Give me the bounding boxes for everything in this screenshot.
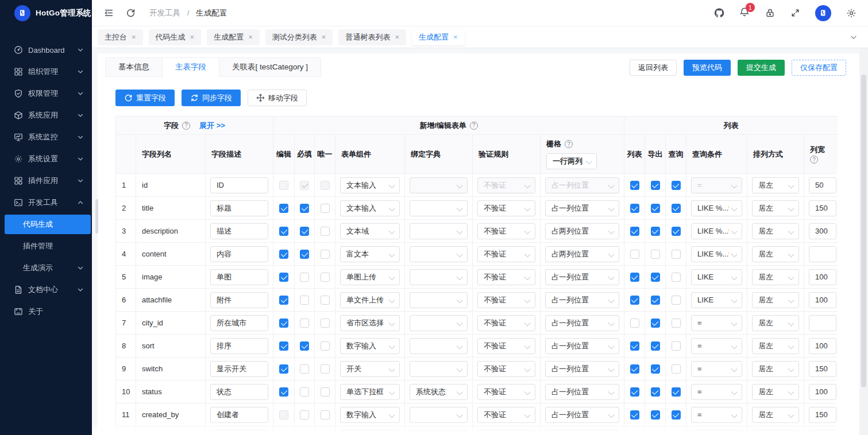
page-tab[interactable]: 生成配置×	[207, 29, 260, 45]
unique-checkbox[interactable]	[321, 341, 330, 351]
required-checkbox[interactable]	[300, 273, 309, 282]
component-select[interactable]: 单选下拉框	[340, 384, 400, 400]
github-icon[interactable]	[714, 8, 724, 18]
grid-select[interactable]: 占两列位置	[545, 246, 619, 262]
collapse-menu-icon[interactable]	[103, 8, 114, 18]
vertical-scrollbar[interactable]	[859, 48, 868, 435]
sidebar-item[interactable]: 文档中心	[0, 280, 92, 300]
query-condition-select[interactable]: =	[691, 361, 742, 377]
field-desc-input[interactable]	[210, 407, 268, 423]
help-icon[interactable]: ?	[565, 140, 573, 148]
sidebar-item[interactable]: 关于	[0, 302, 92, 321]
page-tab[interactable]: 主控台×	[98, 29, 143, 45]
grid-default-select[interactable]: 一行两列	[546, 153, 597, 169]
list-checkbox[interactable]	[630, 227, 639, 236]
list-checkbox[interactable]	[630, 410, 639, 420]
column-width-input[interactable]	[809, 361, 836, 377]
unique-checkbox[interactable]	[321, 204, 330, 213]
align-select[interactable]: 居左	[752, 384, 799, 400]
page-tab[interactable]: 普通树表列表×	[338, 29, 406, 45]
user-avatar[interactable]	[815, 5, 831, 21]
close-icon[interactable]: ×	[453, 33, 458, 41]
component-select[interactable]: 文本域	[340, 223, 400, 239]
tab-actions-chevron-icon[interactable]	[850, 33, 858, 41]
close-icon[interactable]: ×	[132, 33, 136, 41]
list-checkbox[interactable]	[630, 273, 639, 282]
component-select[interactable]: 开关	[340, 361, 400, 377]
export-checkbox[interactable]	[651, 410, 660, 420]
grid-select[interactable]: 占一列位置	[545, 407, 619, 423]
config-tab[interactable]: 关联表[ testCategory ]	[219, 57, 321, 77]
unique-checkbox[interactable]	[321, 364, 330, 374]
column-width-input[interactable]	[809, 223, 836, 239]
validate-select[interactable]: 不验证	[477, 361, 535, 377]
page-tab[interactable]: 测试分类列表×	[265, 29, 333, 45]
dict-select[interactable]	[410, 361, 468, 377]
required-checkbox[interactable]	[300, 341, 309, 351]
query-condition-select[interactable]: LIKE %...%	[691, 200, 742, 216]
validate-select[interactable]: 不验证	[477, 384, 535, 400]
field-desc-input[interactable]	[210, 430, 268, 435]
component-select[interactable]: 文本输入	[340, 177, 400, 193]
query-checkbox[interactable]	[672, 319, 681, 328]
validate-select[interactable]: 不验证	[477, 246, 535, 262]
query-checkbox[interactable]	[672, 387, 681, 397]
align-select[interactable]: 居左	[752, 223, 799, 239]
column-width-input[interactable]	[809, 407, 836, 423]
grid-select[interactable]: 占一列位置	[545, 384, 619, 400]
sidebar-item[interactable]: 系统设置	[0, 149, 92, 169]
query-checkbox[interactable]	[672, 273, 681, 282]
validate-select[interactable]: 不验证	[477, 200, 535, 216]
page-tab[interactable]: 生成配置×	[412, 29, 465, 45]
align-select[interactable]: 居左	[752, 246, 799, 262]
export-checkbox[interactable]	[651, 227, 660, 236]
align-select[interactable]	[752, 430, 799, 435]
dict-select[interactable]	[410, 315, 468, 331]
field-desc-input[interactable]	[210, 269, 268, 285]
required-checkbox[interactable]	[300, 387, 309, 397]
required-checkbox[interactable]	[300, 227, 309, 236]
query-condition-select[interactable]: LIKE	[691, 269, 742, 285]
close-icon[interactable]: ×	[248, 33, 253, 41]
vertical-scrollbar-thumb[interactable]	[861, 75, 866, 387]
edit-checkbox[interactable]	[279, 273, 288, 282]
align-select[interactable]: 居左	[752, 361, 799, 377]
list-checkbox[interactable]	[630, 296, 639, 305]
align-select[interactable]: 居左	[752, 200, 799, 216]
edit-checkbox[interactable]	[279, 387, 288, 397]
grid-select[interactable]: 占一列位置	[545, 338, 619, 354]
export-checkbox[interactable]	[651, 273, 660, 282]
component-select[interactable]: 数字输入	[340, 338, 400, 354]
sidebar-item[interactable]: 组织管理	[0, 62, 92, 81]
edit-checkbox[interactable]	[279, 227, 288, 236]
export-checkbox[interactable]	[651, 319, 660, 328]
fullscreen-icon[interactable]	[790, 8, 800, 18]
list-checkbox[interactable]	[630, 181, 639, 190]
sidebar-item[interactable]: 开发工具	[0, 193, 92, 212]
query-checkbox[interactable]	[672, 250, 681, 259]
query-checkbox[interactable]	[672, 296, 681, 305]
unique-checkbox[interactable]	[321, 387, 330, 397]
unique-checkbox[interactable]	[321, 250, 330, 259]
validate-select[interactable]: 不验证	[477, 407, 535, 423]
dict-select[interactable]	[410, 223, 468, 239]
required-checkbox[interactable]	[300, 364, 309, 374]
grid-select[interactable]	[545, 430, 619, 435]
query-condition-select[interactable]: LIKE %...%	[691, 246, 742, 262]
column-width-input[interactable]	[809, 384, 836, 400]
list-checkbox[interactable]	[630, 341, 639, 351]
query-condition-select[interactable]: =	[691, 338, 742, 354]
unique-checkbox[interactable]	[321, 227, 330, 236]
unique-checkbox[interactable]	[321, 296, 330, 305]
help-icon[interactable]: ?	[810, 156, 818, 164]
preview-code-button[interactable]: 预览代码	[684, 60, 731, 76]
edit-checkbox[interactable]	[279, 250, 288, 259]
dict-select[interactable]	[410, 292, 468, 308]
export-checkbox[interactable]	[651, 341, 660, 351]
validate-select[interactable]: 不验证	[477, 223, 535, 239]
field-desc-input[interactable]	[210, 384, 268, 400]
page-tab[interactable]: 代码生成×	[149, 29, 202, 45]
sidebar-item[interactable]: 插件应用	[0, 171, 92, 191]
component-select[interactable]: 文本输入	[340, 200, 400, 216]
edit-checkbox[interactable]	[279, 296, 288, 305]
